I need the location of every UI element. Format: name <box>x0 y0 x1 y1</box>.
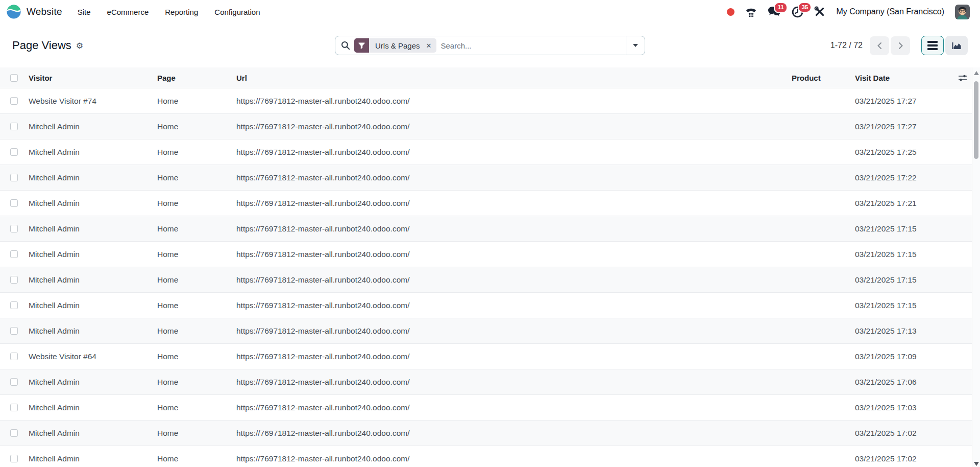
cell-visit-date: 03/21/2025 17:09 <box>845 352 953 361</box>
menu-site[interactable]: Site <box>78 8 91 16</box>
row-checkbox[interactable] <box>10 327 18 335</box>
table-row[interactable]: Mitchell Admin Home https://76971812-mas… <box>0 395 972 421</box>
row-checkbox-cell <box>0 429 29 437</box>
scrollbar-thumb[interactable] <box>974 81 978 159</box>
website-app-logo-icon <box>6 4 21 19</box>
cell-visitor: Mitchell Admin <box>29 326 157 336</box>
table-row[interactable]: Mitchell Admin Home https://76971812-mas… <box>0 369 972 395</box>
row-checkbox[interactable] <box>10 225 18 232</box>
cell-visitor: Mitchell Admin <box>29 403 157 412</box>
column-header-visitor[interactable]: Visitor <box>29 74 157 82</box>
row-checkbox[interactable] <box>10 97 18 105</box>
table-row[interactable]: Mitchell Admin Home https://76971812-mas… <box>0 191 972 216</box>
control-panel: Page Views ⚙ Urls & Pages ✕ 1-72 / 72 <box>0 24 980 67</box>
row-checkbox[interactable] <box>10 429 18 437</box>
cell-page: Home <box>157 352 236 361</box>
search-dropdown-toggle[interactable] <box>626 36 645 55</box>
cell-url: https://76971812-master-all.runbot240.od… <box>236 250 792 259</box>
scroll-down-arrow-icon[interactable] <box>974 462 979 466</box>
row-checkbox[interactable] <box>10 250 18 258</box>
row-checkbox[interactable] <box>10 148 18 156</box>
column-header-visit-date[interactable]: Visit Date <box>845 74 953 82</box>
table-row[interactable]: Mitchell Admin Home https://76971812-mas… <box>0 216 972 242</box>
row-checkbox-cell <box>0 250 29 258</box>
search-facet[interactable]: Urls & Pages ✕ <box>354 38 436 53</box>
row-checkbox[interactable] <box>10 174 18 181</box>
menu-ecommerce[interactable]: eCommerce <box>107 8 149 16</box>
table-row[interactable]: Mitchell Admin Home https://76971812-mas… <box>0 446 972 467</box>
messages-icon[interactable]: 11 <box>768 6 781 17</box>
cell-url: https://76971812-master-all.runbot240.od… <box>236 301 792 310</box>
row-checkbox[interactable] <box>10 404 18 411</box>
row-checkbox[interactable] <box>10 353 18 360</box>
graph-view-icon <box>951 41 962 50</box>
vertical-scrollbar[interactable] <box>972 67 980 467</box>
column-settings-icon[interactable] <box>953 74 972 82</box>
facet-close-icon[interactable]: ✕ <box>425 38 437 53</box>
app-switcher[interactable]: Website <box>6 4 62 19</box>
cell-visitor: Mitchell Admin <box>29 224 157 233</box>
select-all-checkbox[interactable] <box>10 74 18 82</box>
cell-url: https://76971812-master-all.runbot240.od… <box>236 275 792 285</box>
menu-reporting[interactable]: Reporting <box>165 8 198 16</box>
debug-tools-icon[interactable] <box>814 6 825 17</box>
cell-visitor: Mitchell Admin <box>29 173 157 182</box>
row-checkbox-cell <box>0 225 29 232</box>
cell-page: Home <box>157 97 236 106</box>
cell-url: https://76971812-master-all.runbot240.od… <box>236 403 792 412</box>
row-checkbox[interactable] <box>10 123 18 130</box>
company-switcher[interactable]: My Company (San Francisco) <box>836 7 944 16</box>
table-row[interactable]: Mitchell Admin Home https://76971812-mas… <box>0 421 972 446</box>
pager-previous-button[interactable] <box>870 36 889 55</box>
cell-url: https://76971812-master-all.runbot240.od… <box>236 97 792 106</box>
cell-visit-date: 03/21/2025 17:02 <box>845 454 953 463</box>
cell-url: https://76971812-master-all.runbot240.od… <box>236 122 792 131</box>
scroll-up-arrow-icon[interactable] <box>974 71 979 75</box>
column-header-page[interactable]: Page <box>157 74 236 82</box>
row-checkbox[interactable] <box>10 301 18 309</box>
pager-value[interactable]: 1-72 / 72 <box>830 41 863 50</box>
cell-visitor: Mitchell Admin <box>29 301 157 310</box>
table-row[interactable]: Website Visitor #64 Home https://7697181… <box>0 344 972 369</box>
table-row[interactable]: Mitchell Admin Home https://76971812-mas… <box>0 242 972 267</box>
filter-funnel-icon <box>354 38 369 53</box>
table-row[interactable]: Mitchell Admin Home https://76971812-mas… <box>0 114 972 139</box>
action-gear-icon[interactable]: ⚙ <box>76 41 83 51</box>
row-checkbox[interactable] <box>10 378 18 386</box>
user-avatar[interactable] <box>955 5 970 19</box>
table-row[interactable]: Mitchell Admin Home https://76971812-mas… <box>0 139 972 165</box>
table-row[interactable]: Mitchell Admin Home https://76971812-mas… <box>0 318 972 344</box>
graph-view-button[interactable] <box>945 36 968 55</box>
cell-page: Home <box>157 173 236 182</box>
table-row[interactable]: Mitchell Admin Home https://76971812-mas… <box>0 165 972 191</box>
table-row[interactable]: Website Visitor #74 Home https://7697181… <box>0 88 972 114</box>
breadcrumb: Page Views ⚙ <box>12 39 83 52</box>
table-row[interactable]: Mitchell Admin Home https://76971812-mas… <box>0 293 972 318</box>
row-checkbox[interactable] <box>10 276 18 284</box>
row-checkbox-cell <box>0 97 29 105</box>
pager <box>870 36 910 55</box>
column-header-product[interactable]: Product <box>792 74 845 82</box>
search-input[interactable] <box>436 41 626 50</box>
row-checkbox-cell <box>0 276 29 284</box>
systray: 11 35 My Company (San Francisco) <box>727 5 970 19</box>
record-indicator-icon[interactable] <box>727 8 734 16</box>
cell-page: Home <box>157 250 236 259</box>
row-checkbox-cell <box>0 404 29 411</box>
pager-next-button[interactable] <box>891 36 910 55</box>
row-checkbox[interactable] <box>10 455 18 462</box>
cell-visitor: Mitchell Admin <box>29 122 157 131</box>
top-navbar: Website Site eCommerce Reporting Configu… <box>0 0 980 24</box>
list-view-button[interactable] <box>921 36 944 55</box>
menu-configuration[interactable]: Configuration <box>214 8 260 16</box>
cell-url: https://76971812-master-all.runbot240.od… <box>236 429 792 438</box>
column-header-url[interactable]: Url <box>236 74 792 82</box>
voip-phone-icon[interactable] <box>745 7 757 17</box>
row-checkbox[interactable] <box>10 199 18 207</box>
messages-badge: 11 <box>774 2 787 13</box>
row-checkbox-cell <box>0 353 29 360</box>
app-name: Website <box>27 6 62 17</box>
table-body: Website Visitor #74 Home https://7697181… <box>0 88 972 467</box>
table-row[interactable]: Mitchell Admin Home https://76971812-mas… <box>0 267 972 293</box>
activities-clock-icon[interactable]: 35 <box>792 6 803 18</box>
